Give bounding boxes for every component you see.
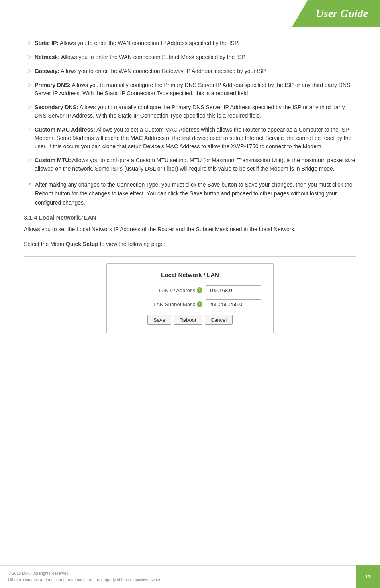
lan-ip-row: LAN IP Address i — [119, 285, 261, 295]
footer-page-number: 13 — [356, 565, 380, 588]
bullet-icon: ▷ — [28, 157, 31, 163]
main-content: ▷ Static IP: Allows you to enter the WAN… — [0, 31, 380, 341]
section-heading: 3.1.4 Local Network ∕ LAN — [24, 214, 356, 221]
item-text-gateway: Gateway: Allows you to enter the WAN con… — [35, 67, 267, 75]
lan-mask-label: LAN Subnet Mask i — [153, 301, 202, 307]
item-desc-netmask: Allows you to enter the WAN connection S… — [60, 54, 246, 60]
list-item: ▷ Netmask: Allows you to enter the WAN c… — [24, 53, 356, 61]
list-item: ▷ Static IP: Allows you to enter the WAN… — [24, 39, 356, 47]
page-title: User Guide — [316, 7, 368, 20]
cancel-button[interactable]: Cancel — [205, 315, 233, 325]
page-header: User Guide — [0, 0, 380, 27]
select-desc-suffix: to view the following page: — [98, 241, 165, 247]
item-text-secondary-dns: Secondary DNS: Allows you to manually co… — [35, 103, 356, 120]
select-desc-prefix: Select the Menu — [24, 241, 66, 247]
bullet-icon: ▷ — [28, 82, 31, 87]
item-desc-gateway: Allows you to enter the WAN connection G… — [59, 68, 266, 74]
list-item: ▷ Custom MAC Address: Allows you to set … — [24, 126, 356, 151]
item-bold-custom-mac: Custom MAC Address: — [35, 126, 95, 133]
reboot-button[interactable]: Reboot — [174, 315, 202, 325]
list-item: ▷ Gateway: Allows you to enter the WAN c… — [24, 67, 356, 75]
item-text-custom-mac: Custom MAC Address: Allows you to set a … — [35, 126, 356, 151]
bullet-icon: ▷ — [28, 68, 31, 73]
item-bold-custom-mtu: Custom MTU: — [35, 157, 71, 163]
bullet-icon: ▷ — [28, 40, 31, 45]
section-description: Allows you to set the Local Network IP A… — [24, 225, 356, 234]
footer-left: © 2015 Luxul. All Rights Reserved. Other… — [0, 565, 356, 588]
section-divider — [24, 256, 356, 257]
lan-mask-input[interactable] — [206, 299, 261, 309]
select-description: Select the Menu Quick Setup to view the … — [24, 240, 356, 248]
lan-ip-label: LAN IP Address i — [159, 287, 202, 293]
item-bold-static-ip: Static IP: — [35, 40, 59, 46]
note-item: ► After making any changes to the Connec… — [24, 180, 356, 207]
bullet-icon: ▷ — [28, 126, 31, 132]
item-text-static-ip: Static IP: Allows you to enter the WAN c… — [35, 39, 239, 47]
item-text-primary-dns: Primary DNS: Allows you to manually conf… — [35, 81, 356, 98]
footer-trademark: Other trademarks and registered trademar… — [8, 577, 348, 583]
save-button[interactable]: Save — [147, 315, 171, 325]
item-text-netmask: Netmask: Allows you to enter the WAN con… — [35, 53, 246, 61]
lan-ip-input[interactable] — [206, 285, 261, 295]
note-text: After making any changes to the Connecti… — [35, 180, 356, 207]
item-desc-custom-mtu: Allows you to configure a Custom MTU set… — [35, 157, 355, 172]
item-bold-primary-dns: Primary DNS: — [35, 82, 71, 88]
form-buttons: Save Reboot Cancel — [119, 315, 261, 325]
lan-ip-info-icon[interactable]: i — [197, 287, 202, 293]
panel-title: Local Network / LAN — [119, 271, 261, 278]
lan-mask-info-icon[interactable]: i — [197, 301, 202, 307]
list-item: ▷ Primary DNS: Allows you to manually co… — [24, 81, 356, 98]
lan-mask-row: LAN Subnet Mask i — [119, 299, 261, 309]
item-desc-secondary-dns: Allows you to manually configure the Pri… — [35, 104, 345, 119]
item-desc-primary-dns: Allows you to manually configure the Pri… — [35, 82, 350, 96]
header-title-box: User Guide — [292, 0, 380, 27]
list-item: ▷ Secondary DNS: Allows you to manually … — [24, 103, 356, 120]
feature-list: ▷ Static IP: Allows you to enter the WAN… — [24, 39, 356, 173]
local-network-panel: Local Network / LAN LAN IP Address i LAN… — [106, 263, 274, 333]
bullet-icon: ▷ — [28, 104, 31, 110]
bullet-icon: ▷ — [28, 54, 31, 59]
select-desc-bold: Quick Setup — [66, 241, 98, 247]
item-desc-static-ip: Allows you to enter the WAN connection I… — [59, 40, 239, 46]
footer-copyright: © 2015 Luxul. All Rights Reserved. — [8, 570, 348, 577]
item-bold-netmask: Netmask: — [35, 54, 60, 60]
item-bold-secondary-dns: Secondary DNS: — [35, 104, 78, 110]
bullet-filled-icon: ► — [28, 181, 32, 186]
page-footer: © 2015 Luxul. All Rights Reserved. Other… — [0, 565, 380, 588]
item-text-custom-mtu: Custom MTU: Allows you to configure a Cu… — [35, 156, 356, 173]
item-bold-gateway: Gateway: — [35, 68, 59, 74]
list-item: ▷ Custom MTU: Allows you to configure a … — [24, 156, 356, 173]
